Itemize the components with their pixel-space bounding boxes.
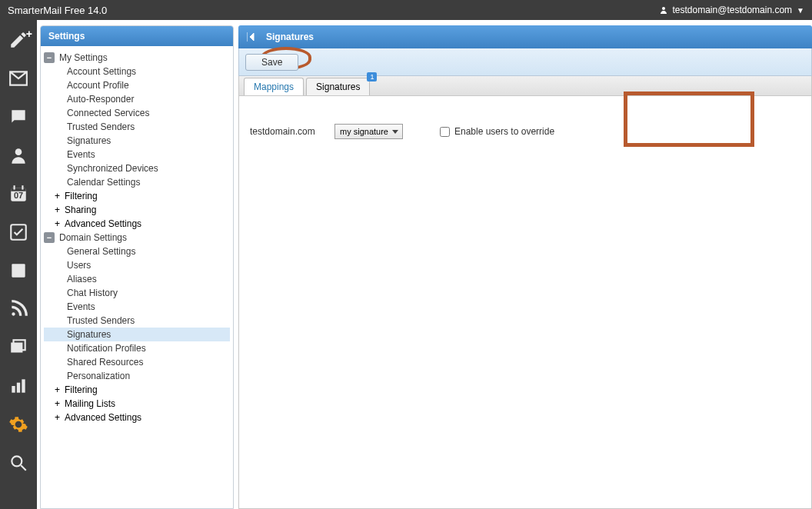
tree-item-users[interactable]: Users: [44, 258, 230, 272]
tree-advanced-domain[interactable]: +Advanced Settings: [44, 411, 230, 424]
tab-mappings[interactable]: Mappings: [244, 78, 304, 95]
override-checkbox[interactable]: [440, 127, 450, 137]
mapping-row: testdomain.com my signature Enable users…: [250, 124, 800, 139]
svg-rect-12: [17, 383, 20, 393]
svg-rect-5: [22, 185, 23, 189]
domain-label: testdomain.com: [250, 126, 324, 137]
expand-icon: +: [55, 398, 60, 409]
svg-rect-13: [22, 379, 25, 392]
expand-icon: +: [55, 384, 60, 395]
svg-point-8: [12, 312, 15, 315]
tree-item-auto-responder[interactable]: Auto-Responder: [44, 92, 230, 106]
tree-sharing-my[interactable]: +Sharing: [44, 203, 230, 217]
iconbar: + 07: [0, 20, 37, 509]
tree-item-domain-trusted-senders[interactable]: Trusted Senders: [44, 314, 230, 328]
tree-item-account-settings[interactable]: Account Settings: [44, 65, 230, 78]
settings-tree: − My Settings Account Settings Account P…: [41, 46, 233, 508]
mail-icon[interactable]: [8, 68, 29, 89]
override-label: Enable users to override: [454, 126, 554, 137]
chevron-down-icon: ▼: [797, 6, 804, 15]
tree-label: Domain Settings: [59, 232, 127, 243]
content-title: Signatures: [266, 32, 314, 42]
chat-icon[interactable]: [8, 106, 29, 128]
expand-icon: +: [55, 205, 60, 215]
settings-panel-header: Settings: [41, 26, 233, 46]
tree-item-general-settings[interactable]: General Settings: [44, 245, 230, 258]
svg-point-1: [15, 148, 22, 155]
tab-signatures[interactable]: Signatures 1: [306, 78, 370, 95]
tree-my-settings[interactable]: − My Settings: [44, 51, 230, 65]
tree-item-trusted-senders[interactable]: Trusted Senders: [44, 120, 230, 134]
user-menu[interactable]: testdomain@testdomain.com ▼: [659, 5, 805, 15]
save-button[interactable]: Save: [245, 54, 298, 71]
tree-item-personalization[interactable]: Personalization: [44, 369, 230, 383]
svg-rect-7: [12, 264, 25, 277]
toolbar: Save: [238, 48, 812, 76]
tasks-icon[interactable]: [8, 221, 29, 243]
signature-select[interactable]: my signature: [334, 124, 403, 139]
collapse-icon: −: [44, 232, 55, 243]
expand-icon: +: [55, 218, 60, 229]
svg-point-14: [12, 456, 22, 466]
tree-item-events[interactable]: Events: [44, 148, 230, 161]
panel-collapse-icon[interactable]: [246, 30, 260, 44]
settings-panel: Settings − My Settings Account Settings …: [40, 25, 234, 509]
tree-advanced-my[interactable]: +Advanced Settings: [44, 217, 230, 231]
svg-rect-4: [14, 185, 15, 189]
tree-domain-settings[interactable]: − Domain Settings: [44, 231, 230, 245]
app-title: SmarterMail Free 14.0: [8, 5, 107, 16]
tree-item-signatures[interactable]: Signatures: [44, 134, 230, 148]
tree-item-calendar-settings[interactable]: Calendar Settings: [44, 175, 230, 189]
tree-item-notification-profiles[interactable]: Notification Profiles: [44, 341, 230, 355]
calendar-icon[interactable]: 07: [8, 183, 29, 205]
topbar: SmarterMail Free 14.0 testdomain@testdom…: [0, 0, 812, 20]
compose-icon[interactable]: +: [8, 29, 29, 51]
tree-item-sync-devices[interactable]: Synchronized Devices: [44, 161, 230, 175]
workarea: testdomain.com my signature Enable users…: [238, 96, 812, 509]
tree-filtering-domain[interactable]: +Filtering: [44, 383, 230, 397]
collapse-icon: −: [44, 52, 55, 63]
tree-item-shared-resources[interactable]: Shared Resources: [44, 355, 230, 369]
expand-icon: +: [55, 412, 60, 423]
tree-item-domain-signatures[interactable]: Signatures: [44, 328, 230, 341]
svg-point-0: [662, 7, 665, 10]
override-checkbox-wrapper[interactable]: Enable users to override: [440, 126, 554, 137]
expand-icon: +: [55, 191, 60, 201]
settings-icon[interactable]: [8, 414, 29, 435]
user-icon: [659, 5, 668, 15]
user-label: testdomain@testdomain.com: [673, 5, 793, 15]
reports-icon[interactable]: [8, 375, 29, 397]
tree-mailing-domain[interactable]: +Mailing Lists: [44, 397, 230, 411]
tree-item-account-profile[interactable]: Account Profile: [44, 78, 230, 92]
tab-badge: 1: [367, 72, 377, 82]
rss-icon[interactable]: [8, 298, 29, 320]
filestorage-icon[interactable]: [8, 337, 29, 358]
tree-label: My Settings: [59, 52, 108, 63]
tree-item-aliases[interactable]: Aliases: [44, 272, 230, 286]
content-header: Signatures: [238, 25, 812, 48]
svg-line-15: [21, 465, 26, 471]
content-area: Signatures Save Mappings Signatures 1 te…: [238, 25, 812, 509]
tree-item-domain-events[interactable]: Events: [44, 300, 230, 314]
tree-item-chat-history[interactable]: Chat History: [44, 286, 230, 300]
notes-icon[interactable]: [8, 260, 29, 281]
contacts-icon[interactable]: [8, 145, 29, 166]
calendar-day-number: 07: [8, 191, 29, 200]
tabstrip: Mappings Signatures 1: [238, 76, 812, 96]
search-icon[interactable]: [8, 452, 29, 474]
tree-item-connected-services[interactable]: Connected Services: [44, 106, 230, 120]
tree-filtering-my[interactable]: +Filtering: [44, 189, 230, 203]
svg-rect-11: [12, 386, 15, 393]
